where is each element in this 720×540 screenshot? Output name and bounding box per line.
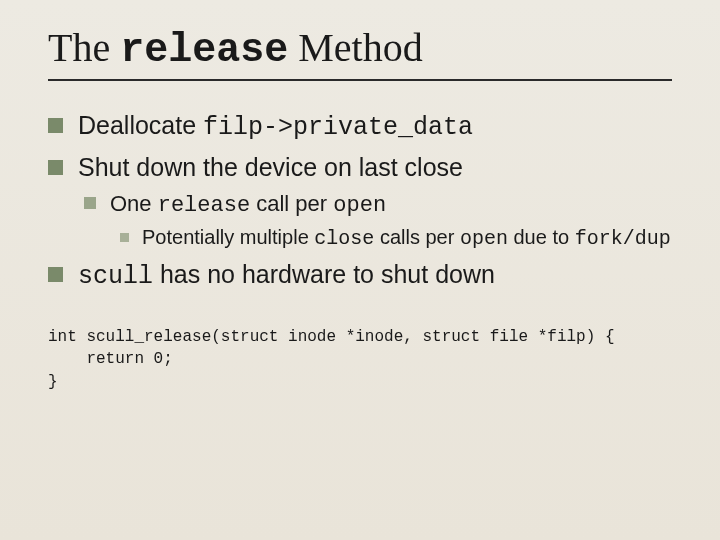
slide: The release Method Deallocate filp->priv… [0,0,720,540]
code-inline: close [314,227,374,250]
code-inline: scull [78,262,153,291]
code-inline: open [460,227,508,250]
bullet-deallocate: Deallocate filp->private_data [48,109,672,145]
bullet-list: Deallocate filp->private_data Shut down … [48,109,672,294]
text: calls per [374,226,460,248]
code-inline: open [333,193,386,218]
code-inline: fork/dup [575,227,671,250]
code-block: int scull_release(struct inode *inode, s… [48,326,672,393]
title-text-prefix: The [48,25,120,70]
bullet-list-lvl2: One release call per open Potentially mu… [78,189,672,253]
title-mono: release [120,28,288,73]
text: Shut down the device on last close [78,153,463,181]
title-text-suffix: Method [288,25,422,70]
text: Deallocate [78,111,203,139]
text: has no hardware to shut down [153,260,495,288]
code-inline: release [158,193,250,218]
text: call per [250,191,333,216]
bullet-shutdown: Shut down the device on last close One r… [48,151,672,252]
title-rule [48,79,672,81]
text: due to [508,226,575,248]
code-inline: filp->private_data [203,113,473,142]
text: One [110,191,158,216]
bullet-scull: scull has no hardware to shut down [48,258,672,294]
bullet-multiple-close: Potentially multiple close calls per ope… [120,224,672,252]
text: Potentially multiple [142,226,314,248]
bullet-list-lvl3: Potentially multiple close calls per ope… [110,224,672,252]
bullet-one-release: One release call per open Potentially mu… [84,189,672,253]
slide-title: The release Method [48,24,672,73]
